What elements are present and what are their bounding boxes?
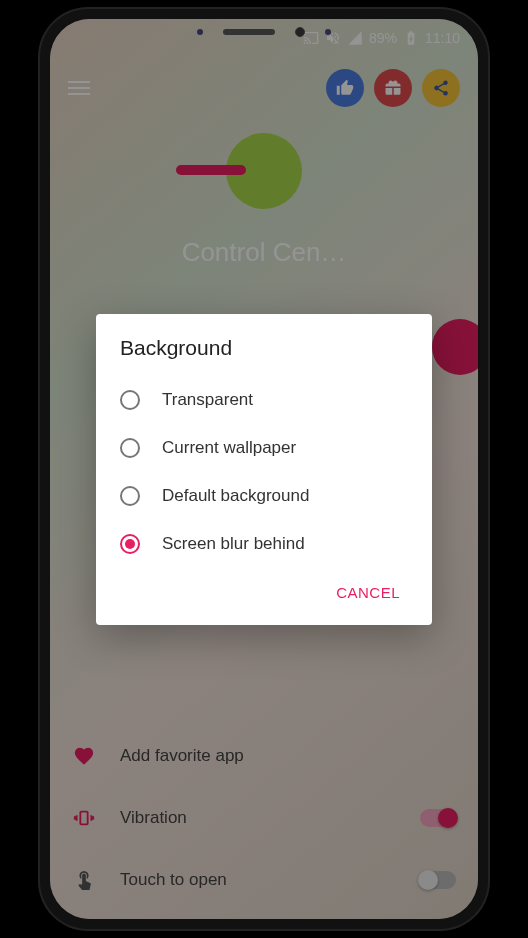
- radio-option-current-wallpaper[interactable]: Current wallpaper: [120, 424, 408, 472]
- dialog-title: Background: [120, 336, 408, 360]
- radio-label: Screen blur behind: [162, 534, 305, 554]
- radio-label: Transparent: [162, 390, 253, 410]
- dialog-scrim[interactable]: Background Transparent Current wallpaper…: [50, 19, 478, 919]
- radio-option-transparent[interactable]: Transparent: [120, 376, 408, 424]
- radio-icon: [120, 390, 140, 410]
- phone-sensors: [197, 27, 331, 37]
- radio-label: Current wallpaper: [162, 438, 296, 458]
- radio-option-default-background[interactable]: Default background: [120, 472, 408, 520]
- cancel-button[interactable]: CANCEL: [328, 576, 408, 609]
- radio-icon-selected: [120, 534, 140, 554]
- radio-option-screen-blur[interactable]: Screen blur behind: [120, 520, 408, 568]
- screen: 89% 11:10 Control Cen…: [50, 19, 478, 919]
- dialog-actions: CANCEL: [120, 568, 408, 615]
- radio-label: Default background: [162, 486, 309, 506]
- radio-icon: [120, 486, 140, 506]
- radio-icon: [120, 438, 140, 458]
- phone-frame: 89% 11:10 Control Cen…: [40, 9, 488, 929]
- background-dialog: Background Transparent Current wallpaper…: [96, 314, 432, 625]
